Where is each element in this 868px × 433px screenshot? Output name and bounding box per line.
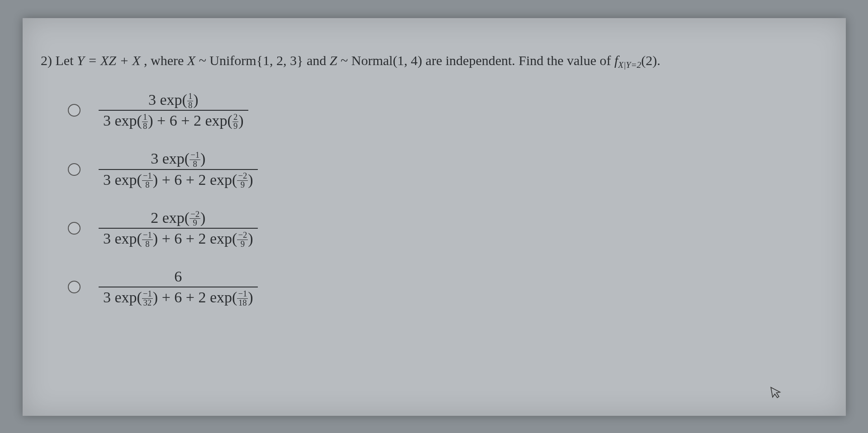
opt-c-d1-fd: 8 — [142, 240, 153, 249]
opt-a-d2-coef: 2 exp — [194, 112, 228, 129]
opt-b-d1-coef: 3 exp — [103, 171, 137, 188]
option-d-fraction: 6 3 exp(−132) + 6 + 2 exp(−118) — [99, 267, 258, 307]
tilde-z: ~ — [341, 53, 351, 68]
question-indep: are independent. Find the value of — [426, 53, 614, 68]
period: . — [657, 53, 661, 68]
opt-d-num: 6 — [174, 268, 182, 285]
opt-d-d1-fn: −1 — [142, 290, 153, 299]
question-text: 2) Let Y = XZ + X , where X ~ Uniform{1,… — [41, 50, 828, 72]
target-arg: (2) — [641, 53, 657, 68]
opt-d-d2-fd: 18 — [237, 299, 248, 307]
opt-b-num-fn: −1 — [190, 151, 200, 160]
opt-c-d1-coef: 3 exp — [103, 230, 137, 247]
options-list: 3 exp(18) 3 exp(18) + 6 + 2 exp(29) 3 ex… — [68, 90, 828, 308]
var-x: X — [187, 53, 195, 68]
opt-b-num-fd: 8 — [190, 160, 200, 169]
opt-a-d1-coef: 3 exp — [103, 112, 137, 129]
dist-x: Uniform{1, 2, 3} — [209, 53, 303, 68]
opt-a-num-fd: 8 — [187, 101, 193, 110]
opt-c-d2-coef: 2 exp — [199, 230, 232, 247]
opt-a-d1-fn: 1 — [142, 113, 148, 122]
option-d[interactable]: 6 3 exp(−132) + 6 + 2 exp(−118) — [68, 267, 828, 307]
opt-a-d1-fd: 8 — [142, 122, 148, 131]
opt-d-d2-coef: 2 exp — [199, 289, 232, 306]
opt-d-d1-coef: 3 exp — [103, 289, 137, 306]
dist-z: Normal(1, 4) — [351, 53, 422, 68]
target-sub: X|Y=2 — [618, 60, 641, 70]
question-let: Let — [56, 53, 77, 68]
opt-c-d1-fn: −1 — [142, 231, 153, 240]
opt-c-d2-fd: 9 — [237, 240, 248, 249]
option-b-fraction: 3 exp(−18) 3 exp(−18) + 6 + 2 exp(−29) — [99, 149, 258, 189]
opt-b-num-coef: 3 exp — [151, 150, 185, 167]
question-page: 2) Let Y = XZ + X , where X ~ Uniform{1,… — [23, 18, 846, 416]
opt-c-num-fd: 9 — [190, 219, 200, 227]
opt-c-d2-fn: −2 — [237, 231, 248, 240]
var-z: Z — [330, 53, 337, 68]
radio-a[interactable] — [68, 104, 81, 117]
opt-c-mid: + 6 + — [158, 230, 198, 247]
radio-c[interactable] — [68, 222, 81, 235]
opt-d-d2-fn: −1 — [237, 290, 248, 299]
option-a[interactable]: 3 exp(18) 3 exp(18) + 6 + 2 exp(29) — [68, 90, 828, 131]
radio-d[interactable] — [68, 281, 81, 293]
opt-b-mid: + 6 + — [158, 171, 198, 188]
opt-a-num-coef: 3 exp — [148, 91, 182, 108]
option-c-fraction: 2 exp(−29) 3 exp(−18) + 6 + 2 exp(−29) — [99, 208, 258, 249]
opt-b-d1-fd: 8 — [142, 181, 153, 189]
expr-y: Y = XZ + X — [77, 53, 141, 68]
option-b[interactable]: 3 exp(−18) 3 exp(−18) + 6 + 2 exp(−29) — [68, 149, 828, 189]
opt-a-d2-fd: 9 — [232, 122, 238, 131]
question-where: , where — [144, 53, 187, 68]
opt-a-d2-fn: 2 — [232, 113, 238, 122]
opt-d-mid: + 6 + — [158, 289, 198, 306]
opt-b-d2-coef: 2 exp — [199, 171, 232, 188]
radio-b[interactable] — [68, 163, 81, 176]
cursor-icon — [769, 385, 784, 403]
target-f: f — [614, 53, 618, 68]
option-c[interactable]: 2 exp(−29) 3 exp(−18) + 6 + 2 exp(−29) — [68, 208, 828, 249]
opt-a-num-fn: 1 — [187, 92, 193, 101]
opt-a-mid: + 6 + — [153, 112, 194, 129]
question-and: and — [307, 53, 330, 68]
option-a-fraction: 3 exp(18) 3 exp(18) + 6 + 2 exp(29) — [99, 90, 248, 131]
tilde-x: ~ — [199, 53, 210, 68]
opt-d-d1-fd: 32 — [142, 299, 153, 307]
question-number: 2) — [41, 53, 52, 68]
opt-b-d2-fd: 9 — [237, 181, 248, 189]
opt-c-num-coef: 2 exp — [151, 209, 185, 226]
